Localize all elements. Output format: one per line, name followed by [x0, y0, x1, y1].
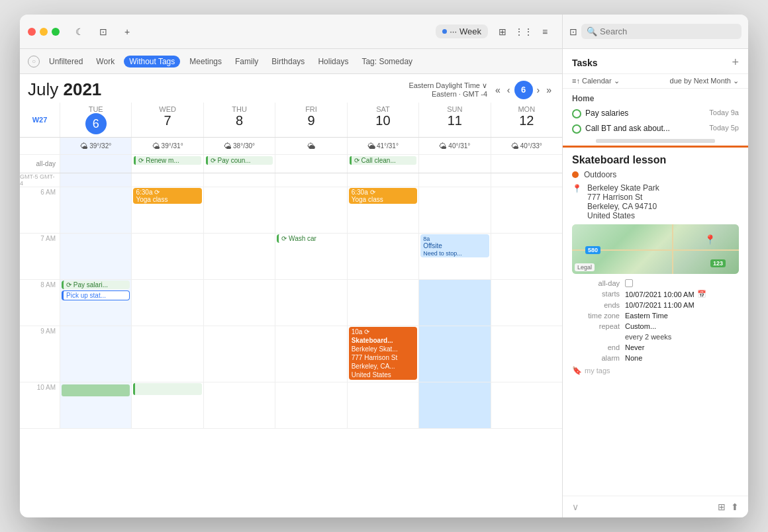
cell-tue-9am[interactable]: [60, 326, 131, 382]
filter-unfiltered[interactable]: Unfiltered: [45, 56, 87, 67]
cell-fri-6am[interactable]: [275, 187, 346, 233]
event-map[interactable]: 580 123 📍 Legal: [572, 224, 739, 274]
cell-thu-10am[interactable]: [203, 382, 275, 428]
filter-circle[interactable]: ○: [28, 56, 40, 67]
nav-prev-prev[interactable]: «: [493, 83, 503, 97]
task-item-1[interactable]: Pay salaries Today 9a: [563, 106, 748, 121]
allday-event-call-clean[interactable]: ⟳ Call clean...: [350, 156, 416, 165]
cell-mon-10am[interactable]: [491, 382, 562, 428]
allday-event-pay-count[interactable]: ⟳ Pay coun...: [206, 156, 273, 165]
gmt-row: GMT-5 GMT-4: [20, 173, 562, 187]
task-item-2[interactable]: Call BT and ask about... Today 5p: [563, 121, 748, 136]
timezone-info[interactable]: Eastern Daylight Time ∨ Eastern · GMT -4: [408, 81, 487, 98]
cell-fri-9am[interactable]: [275, 326, 346, 382]
add-event-button[interactable]: +: [118, 24, 136, 39]
ends-value[interactable]: 10/07/2021 11:00 AM: [625, 301, 739, 309]
cell-sat-8am[interactable]: [347, 280, 418, 326]
cell-wed-6am[interactable]: 6:30a ⟳ Yoga class: [131, 187, 203, 233]
alarm-value[interactable]: None: [625, 354, 739, 362]
week-number: W27: [20, 103, 60, 137]
event-pay-salaries[interactable]: ⟳ Pay salari...: [62, 281, 130, 289]
allday-wed[interactable]: ⟳ Renew m...: [131, 155, 203, 173]
tasks-add-button[interactable]: +: [732, 56, 739, 69]
end-value[interactable]: Never: [625, 343, 739, 351]
event-wed-10am-bar[interactable]: [133, 383, 201, 395]
calendar-title: July 2021: [28, 79, 101, 100]
filter-without-tags[interactable]: Without Tags: [124, 56, 180, 67]
grid-view-button[interactable]: ⊞: [493, 24, 512, 39]
event-yoga-wed[interactable]: 6:30a ⟳ Yoga class: [133, 188, 201, 204]
cell-fri-8am[interactable]: [275, 280, 346, 326]
nav-prev[interactable]: ‹: [504, 83, 513, 97]
filter-birthdays[interactable]: Birthdays: [267, 56, 309, 67]
cell-tue-6am[interactable]: [60, 187, 131, 233]
cell-sun-6am[interactable]: [418, 187, 490, 233]
cell-sat-7am[interactable]: [347, 234, 418, 279]
cell-thu-9am[interactable]: [203, 326, 275, 382]
panel-toggle-button[interactable]: ⊡: [569, 26, 577, 37]
cell-sat-6am[interactable]: 6:30a ⟳ Yoga class: [347, 187, 418, 233]
repeat-value[interactable]: Custom...: [625, 322, 739, 330]
detail-share-button[interactable]: ⬆: [731, 502, 739, 512]
expand-chevron[interactable]: ∨: [572, 502, 579, 512]
cell-sun-8am[interactable]: [418, 280, 490, 326]
event-skateboard[interactable]: 10a ⟳ Skateboard... Berkeley Skat... 777…: [349, 327, 417, 380]
allday-event-renew[interactable]: ⟳ Renew m...: [134, 156, 201, 165]
cell-wed-10am[interactable]: [131, 382, 203, 428]
moon-icon[interactable]: ☾: [70, 24, 89, 39]
cell-fri-7am[interactable]: ⟳ Wash car: [275, 234, 346, 279]
event-pick-up[interactable]: Pick up stat...: [62, 290, 130, 300]
maximize-button[interactable]: [52, 28, 60, 36]
filter-family[interactable]: Family: [231, 56, 262, 67]
month-view-button[interactable]: ⋮⋮: [514, 24, 533, 39]
cell-sat-9am[interactable]: 10a ⟳ Skateboard... Berkeley Skat... 777…: [347, 326, 418, 382]
tasks-due-filter[interactable]: due by Next Month ⌄: [670, 77, 739, 85]
sidebar-toggle-icon[interactable]: ⊡: [94, 24, 113, 39]
cell-tue-8am[interactable]: ⟳ Pay salari... Pick up stat...: [60, 280, 131, 326]
timezone-value[interactable]: Eastern Time: [625, 312, 739, 320]
cell-sat-10am[interactable]: [347, 382, 418, 428]
traffic-lights: [28, 28, 60, 36]
allday-sat[interactable]: ⟳ Call clean...: [347, 155, 418, 173]
starts-value[interactable]: 10/07/2021 10:00 AM 📅: [625, 290, 739, 298]
cell-mon-7am[interactable]: [491, 234, 562, 279]
alarm-label: alarm: [572, 354, 625, 362]
cell-wed-9am[interactable]: [131, 326, 203, 382]
cell-wed-8am[interactable]: [131, 280, 203, 326]
cell-mon-6am[interactable]: [491, 187, 562, 233]
event-wash-car[interactable]: ⟳ Wash car: [277, 234, 345, 243]
detail-add-button[interactable]: ⊞: [718, 502, 726, 512]
cell-sun-9am[interactable]: [418, 326, 490, 382]
cell-mon-9am[interactable]: [491, 326, 562, 382]
allday-thu[interactable]: ⟳ Pay coun...: [203, 155, 275, 173]
event-tue-10am-bar[interactable]: [62, 384, 130, 396]
cell-fri-10am[interactable]: [275, 382, 346, 428]
filter-work[interactable]: Work: [92, 56, 119, 67]
allday-checkbox[interactable]: [625, 279, 633, 287]
cell-sun-7am[interactable]: 8a Offsite Need to stop...: [418, 234, 490, 279]
filter-meetings[interactable]: Meetings: [185, 56, 226, 67]
event-yoga-sat[interactable]: 6:30a ⟳ Yoga class: [349, 188, 417, 204]
filter-holidays[interactable]: Holidays: [314, 56, 352, 67]
cell-sun-10am[interactable]: [418, 382, 490, 428]
nav-next[interactable]: ›: [534, 83, 543, 97]
tasks-calendar-filter[interactable]: ≡↑ Calendar ⌄: [572, 77, 620, 85]
cell-tue-7am[interactable]: [60, 234, 131, 279]
my-tags-row[interactable]: 🔖 my tags: [572, 366, 739, 375]
cell-thu-7am[interactable]: [203, 234, 275, 279]
search-input[interactable]: [600, 26, 736, 36]
cell-tue-10am[interactable]: [60, 382, 131, 428]
cell-thu-6am[interactable]: [203, 187, 275, 233]
event-offsite[interactable]: 8a Offsite Need to stop...: [420, 234, 489, 257]
close-button[interactable]: [28, 28, 36, 36]
view-week-selector[interactable]: ··· Week: [436, 24, 488, 38]
cell-wed-7am[interactable]: [131, 234, 203, 279]
cell-mon-8am[interactable]: [491, 280, 562, 326]
list-view-button[interactable]: ≡: [536, 24, 554, 39]
filter-tag-someday[interactable]: Tag: Someday: [358, 56, 416, 67]
nav-next-next[interactable]: »: [544, 83, 554, 97]
minimize-button[interactable]: [40, 28, 48, 36]
cell-thu-8am[interactable]: [203, 280, 275, 326]
location-text: Berkeley Skate Park 777 Harrison St Berk…: [587, 183, 659, 220]
today-button[interactable]: 6: [514, 81, 533, 99]
